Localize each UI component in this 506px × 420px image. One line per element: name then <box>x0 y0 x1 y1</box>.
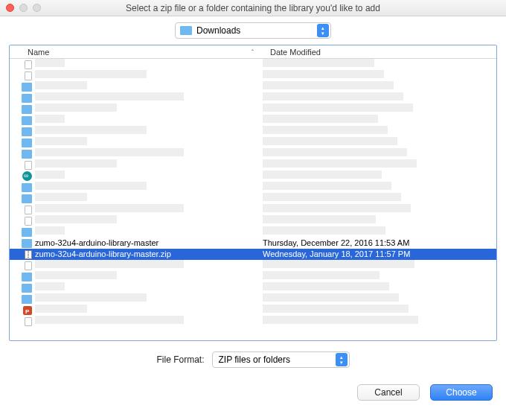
file-name <box>35 159 263 171</box>
file-row[interactable]: zumo-32u4-arduino-library-master.zipWedn… <box>10 249 496 260</box>
file-name <box>35 305 263 316</box>
file-name <box>35 204 263 215</box>
file-date <box>263 282 496 293</box>
file-browser-pane: Name ˆ Date Modified zumo-32u4-arduino-l… <box>9 45 497 341</box>
file-row[interactable] <box>10 282 496 293</box>
file-name <box>35 316 263 327</box>
file-date <box>263 182 496 193</box>
folder-icon <box>10 295 35 304</box>
column-header-date[interactable]: Date Modified <box>263 48 496 57</box>
file-date <box>263 271 496 282</box>
file-row[interactable] <box>10 305 496 316</box>
choose-button[interactable]: Choose <box>430 384 493 401</box>
cancel-button[interactable]: Cancel <box>357 384 420 401</box>
file-name: zumo-32u4-arduino-library-master <box>35 238 263 249</box>
file-format-value: ZIP files or folders <box>219 354 336 365</box>
file-name <box>35 59 263 70</box>
doc-page-icon <box>10 317 35 326</box>
window-controls <box>6 4 41 12</box>
folder-icon <box>10 127 35 136</box>
file-date <box>263 104 496 115</box>
file-name <box>35 115 263 126</box>
doc-page-icon <box>10 217 35 226</box>
file-row[interactable] <box>10 115 496 126</box>
file-row[interactable] <box>10 260 496 271</box>
file-row[interactable] <box>10 137 496 148</box>
file-row[interactable] <box>10 92 496 104</box>
file-date <box>263 137 496 148</box>
file-name <box>35 226 263 238</box>
folder-icon <box>10 150 35 159</box>
folder-icon <box>10 228 35 237</box>
file-date <box>263 92 496 104</box>
minimize-window-icon <box>19 4 28 12</box>
file-row[interactable] <box>10 271 496 282</box>
sort-caret-icon: ˆ <box>252 48 254 56</box>
close-window-icon[interactable] <box>6 4 14 12</box>
file-date <box>263 204 496 215</box>
folder-icon <box>10 105 35 114</box>
location-select[interactable]: Downloads ▴▾ <box>175 22 331 39</box>
dropdown-stepper-icon[interactable]: ▴▾ <box>317 24 329 37</box>
file-date <box>263 293 496 305</box>
file-row[interactable] <box>10 293 496 305</box>
file-row[interactable] <box>10 182 496 193</box>
bottom-panel: File Format: ZIP files or folders ▴▾ Can… <box>0 341 506 408</box>
folder-icon <box>180 26 192 35</box>
file-row[interactable] <box>10 148 496 159</box>
location-label: Downloads <box>196 25 317 36</box>
ppt-icon <box>10 306 35 315</box>
file-name: zumo-32u4-arduino-library-master.zip <box>35 249 263 260</box>
file-date <box>263 316 496 327</box>
doc-page-icon <box>10 261 35 270</box>
file-date <box>263 126 496 137</box>
file-row[interactable] <box>10 81 496 92</box>
file-name <box>35 104 263 115</box>
column-header-name[interactable]: Name ˆ <box>10 48 263 57</box>
file-row[interactable] <box>10 159 496 171</box>
file-name <box>35 171 263 182</box>
doc-page-icon <box>10 71 35 80</box>
file-name <box>35 260 263 271</box>
file-name <box>35 215 263 226</box>
button-row: Cancel Choose <box>12 384 494 401</box>
file-list[interactable]: zumo-32u4-arduino-library-masterThursday… <box>10 59 496 340</box>
column-date-label: Date Modified <box>270 48 321 57</box>
folder-icon <box>10 83 35 92</box>
file-date <box>263 215 496 226</box>
file-row[interactable] <box>10 171 496 182</box>
file-name <box>35 148 263 159</box>
zoom-window-icon <box>33 4 41 12</box>
dropdown-stepper-icon[interactable]: ▴▾ <box>336 353 348 366</box>
file-row[interactable] <box>10 316 496 327</box>
file-date <box>263 59 496 70</box>
format-row: File Format: ZIP files or folders ▴▾ <box>12 351 494 368</box>
file-name <box>35 126 263 137</box>
file-row[interactable] <box>10 204 496 215</box>
file-row[interactable] <box>10 193 496 204</box>
column-headers: Name ˆ Date Modified <box>10 45 496 59</box>
arduino-icon <box>10 171 35 181</box>
file-row[interactable] <box>10 126 496 137</box>
file-date <box>263 159 496 171</box>
file-row[interactable] <box>10 59 496 70</box>
file-row[interactable] <box>10 104 496 115</box>
file-row[interactable] <box>10 215 496 226</box>
file-format-select[interactable]: ZIP files or folders ▴▾ <box>212 351 350 368</box>
file-date <box>263 260 496 271</box>
file-date: Wednesday, January 18, 2017 11:57 PM <box>263 249 496 260</box>
folder-icon <box>10 116 35 125</box>
file-date <box>263 193 496 204</box>
file-name <box>35 193 263 204</box>
file-name <box>35 293 263 305</box>
file-row[interactable] <box>10 70 496 81</box>
file-date <box>263 226 496 238</box>
file-date <box>263 81 496 92</box>
file-row[interactable] <box>10 226 496 238</box>
location-bar: Downloads ▴▾ <box>0 16 506 45</box>
file-name <box>35 271 263 282</box>
doc-icon <box>10 161 35 170</box>
file-date: Thursday, December 22, 2016 11:53 AM <box>263 238 496 249</box>
file-row[interactable]: zumo-32u4-arduino-library-masterThursday… <box>10 238 496 249</box>
file-date <box>263 70 496 81</box>
